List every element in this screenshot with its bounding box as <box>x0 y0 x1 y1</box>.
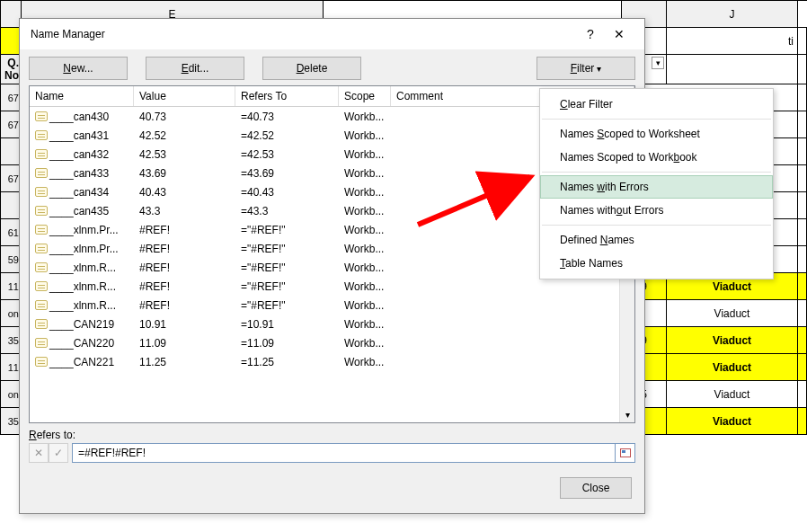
delete-button[interactable]: Delete <box>262 57 361 80</box>
cancel-edit-icon: ✕ <box>29 443 49 463</box>
name-icon <box>35 319 48 329</box>
menu-names-with-errors[interactable]: Names with Errors <box>540 175 773 199</box>
scroll-down-icon[interactable]: ▾ <box>620 407 634 422</box>
col-header[interactable]: J <box>667 1 798 28</box>
range-picker-icon <box>620 448 631 457</box>
new-button[interactable]: New... <box>29 57 128 80</box>
table-row[interactable]: ____CAN22011.09=11.09Workb... <box>30 333 634 352</box>
col-name[interactable]: Name <box>30 86 134 106</box>
menu-names-without-errors[interactable]: Names without Errors <box>540 199 773 222</box>
filter-menu: Clear Filter Names Scoped to Worksheet N… <box>539 88 774 279</box>
menu-defined-names[interactable]: Defined Names <box>540 228 773 252</box>
close-button[interactable]: Close <box>560 477 632 499</box>
refers-to-label: Refers to: <box>29 429 635 441</box>
name-icon <box>35 187 48 197</box>
col-scope[interactable]: Scope <box>339 86 391 106</box>
titlebar[interactable]: Name Manager ? ✕ <box>20 19 644 49</box>
table-row[interactable]: ____CAN21910.91=10.91Workb... <box>30 315 634 333</box>
table-row[interactable]: ____CAN22111.25=11.25Workb... <box>30 352 634 371</box>
name-icon <box>35 225 48 235</box>
name-icon <box>35 281 48 291</box>
name-icon <box>35 244 48 253</box>
help-button[interactable]: ? <box>576 27 605 41</box>
name-icon <box>35 206 48 216</box>
caret-down-icon: ▾ <box>597 64 601 74</box>
table-row[interactable]: ____xlnm.R...#REF!="#REF!"Workb... <box>30 296 634 315</box>
menu-clear-filter[interactable]: Clear Filter <box>540 93 773 116</box>
name-icon <box>35 111 48 121</box>
table-row[interactable]: ____xlnm.R...#REF!="#REF!"Workb... <box>30 277 634 296</box>
range-picker-button[interactable] <box>616 443 635 463</box>
dropdown-icon[interactable]: ▾ <box>652 57 664 69</box>
close-icon[interactable]: ✕ <box>605 27 634 41</box>
filter-button[interactable]: Filter▾ <box>537 57 635 80</box>
name-icon <box>35 262 48 272</box>
dialog-title: Name Manager <box>31 28 576 40</box>
name-icon <box>35 338 48 348</box>
col-refers[interactable]: Refers To <box>235 86 339 106</box>
name-icon <box>35 130 48 140</box>
name-icon <box>35 300 48 310</box>
menu-scoped-worksheet[interactable]: Names Scoped to Worksheet <box>540 122 773 146</box>
name-icon <box>35 357 48 367</box>
edit-button[interactable]: Edit... <box>146 57 244 80</box>
toolbar: New... Edit... Delete Filter▾ <box>20 49 644 82</box>
col-value[interactable]: Value <box>134 86 235 106</box>
commit-edit-icon: ✓ <box>49 443 68 463</box>
menu-scoped-workbook[interactable]: Names Scoped to Workbook <box>540 146 773 169</box>
refers-to-input[interactable] <box>72 443 616 463</box>
name-icon <box>35 168 48 178</box>
name-icon <box>35 149 48 159</box>
menu-table-names[interactable]: Table Names <box>540 252 773 275</box>
